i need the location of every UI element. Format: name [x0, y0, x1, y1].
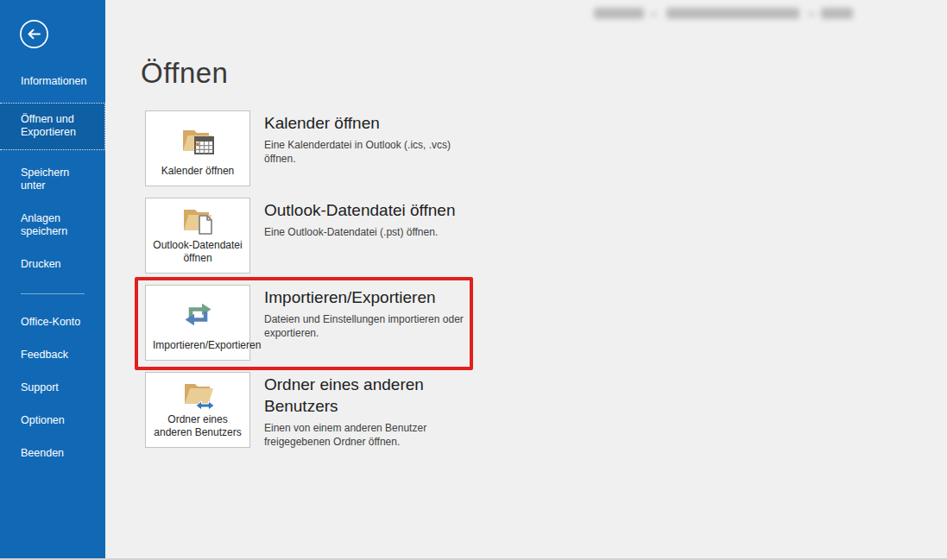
tile-label: Ordner eines anderen Benutzers [153, 413, 243, 439]
row-description: Eine Outlook-Datendatei (.pst) öffnen. [264, 225, 455, 239]
row-text: Kalender öffnen Eine Kalenderdatei in Ou… [264, 110, 484, 166]
row-heading: Kalender öffnen [264, 112, 484, 134]
sidebar-item-beenden[interactable]: Beenden [0, 442, 105, 465]
sidebar-item-anlagen-speichern[interactable]: Anlagen speichern [0, 207, 105, 243]
sidebar-item-speichern-unter[interactable]: Speichern unter [0, 161, 105, 198]
sidebar-divider [21, 293, 85, 294]
folder-document-icon [177, 198, 218, 239]
row-description: Dateien und Einstellungen importieren od… [264, 312, 484, 340]
back-button[interactable] [19, 19, 49, 49]
row-text: Importieren/Exportieren Dateien und Eins… [264, 285, 484, 340]
open-row-kalender: Kalender öffnen Kalender öffnen Eine Kal… [145, 110, 947, 186]
folder-calendar-icon [177, 111, 218, 165]
row-text: Ordner eines anderen Benutzers Einen von… [264, 372, 484, 450]
sidebar-item-support[interactable]: Support [0, 376, 105, 400]
open-calendar-button[interactable]: Kalender öffnen [145, 110, 250, 186]
import-export-arrows-icon [178, 286, 218, 339]
shared-folder-arrow-icon [177, 372, 218, 413]
page-title: Öffnen [141, 57, 947, 90]
open-other-users-folder-button[interactable]: Ordner eines anderen Benutzers [145, 372, 250, 448]
sidebar-item-optionen[interactable]: Optionen [0, 409, 105, 432]
sidebar-item-drucken[interactable]: Drucken [0, 253, 105, 276]
row-description: Eine Kalenderdatei in Outlook (.ics, .vc… [264, 138, 484, 166]
tile-label: Importieren/Exportieren [153, 339, 243, 352]
open-row-datendatei: Outlook-Datendatei öffnen Outlook-Datend… [145, 198, 947, 274]
open-row-ordner-anderer-benutzer: Ordner eines anderen Benutzers Ordner ei… [145, 372, 947, 450]
tile-label: Kalender öffnen [161, 165, 235, 178]
sidebar-item-office-konto[interactable]: Office-Konto [0, 311, 105, 334]
row-heading: Ordner eines anderen Benutzers [264, 374, 484, 417]
row-text: Outlook-Datendatei öffnen Eine Outlook-D… [264, 198, 455, 239]
row-heading: Importieren/Exportieren [264, 286, 484, 308]
sidebar-item-informationen[interactable]: Informationen [0, 70, 105, 93]
row-heading: Outlook-Datendatei öffnen [264, 199, 455, 221]
backstage-sidebar: Informationen Öffnen und Exportieren Spe… [0, 0, 105, 558]
row-description: Einen von einem anderen Benutzer freigeg… [264, 421, 484, 449]
outlook-backstage-open-page: { "window": { "title_redacted": true }, … [0, 0, 947, 560]
sidebar-item-oeffnen-und-exportieren[interactable]: Öffnen und Exportieren [0, 103, 105, 150]
backstage-main: Öffnen Kalender öffnen Kalender öffnen E… [105, 0, 947, 558]
sidebar-item-feedback[interactable]: Feedback [0, 343, 105, 367]
open-outlook-data-file-button[interactable]: Outlook-Datendatei öffnen [145, 198, 250, 274]
import-export-button[interactable]: Importieren/Exportieren [145, 285, 250, 361]
back-arrow-circle-icon [19, 19, 49, 49]
open-row-importieren-exportieren: Importieren/Exportieren Importieren/Expo… [145, 285, 947, 361]
sidebar-nav: Informationen Öffnen und Exportieren Spe… [0, 70, 105, 475]
tile-label: Outlook-Datendatei öffnen [153, 239, 243, 265]
